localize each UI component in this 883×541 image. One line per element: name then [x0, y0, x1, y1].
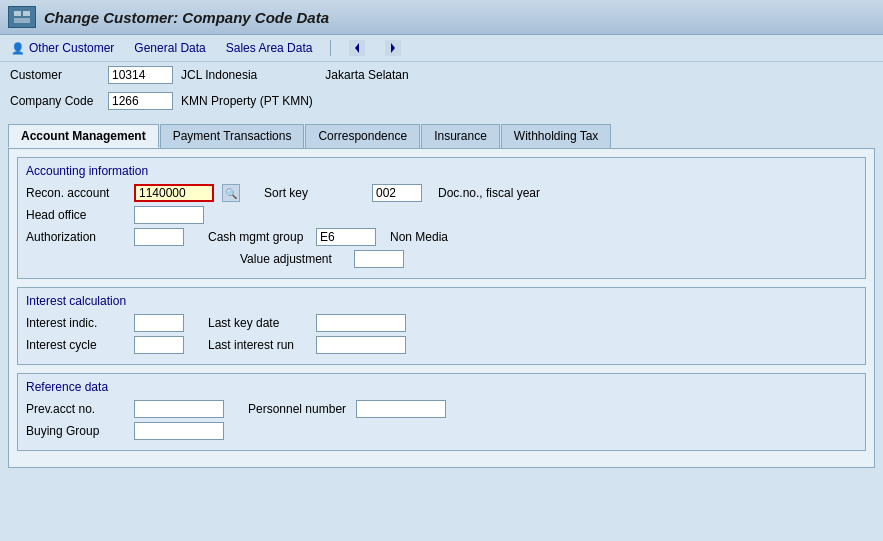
prev-acct-label: Prev.acct no.	[26, 402, 126, 416]
reference-data-section: Reference data Prev.acct no. Personnel n…	[17, 373, 866, 451]
company-code-name: KMN Property (PT KMN)	[181, 94, 313, 108]
general-data-label: General Data	[134, 41, 205, 55]
tab-payment-transactions[interactable]: Payment Transactions	[160, 124, 305, 148]
page-title: Change Customer: Company Code Data	[44, 9, 329, 26]
svg-rect-3	[14, 18, 30, 23]
tabs-container: Account Management Payment Transactions …	[8, 124, 875, 148]
buying-group-input[interactable]	[134, 422, 224, 440]
recon-account-search-button[interactable]: 🔍	[222, 184, 240, 202]
accounting-info-section: Accounting information Recon. account 🔍 …	[17, 157, 866, 279]
tab-withholding-tax[interactable]: Withholding Tax	[501, 124, 612, 148]
sap-icon	[8, 6, 36, 28]
interest-calc-title: Interest calculation	[26, 294, 857, 308]
interest-cycle-input[interactable]	[134, 336, 184, 354]
personnel-no-input[interactable]	[356, 400, 446, 418]
cash-mgmt-text: Non Media	[390, 230, 448, 244]
person-icon: 👤	[10, 40, 26, 56]
authorization-row: Authorization Cash mgmt group Non Media	[26, 228, 857, 246]
sort-key-input[interactable]	[372, 184, 422, 202]
customer-input[interactable]	[108, 66, 173, 84]
last-interest-run-input[interactable]	[316, 336, 406, 354]
customer-label: Customer	[10, 68, 100, 82]
buying-group-row: Buying Group	[26, 422, 857, 440]
tab-insurance[interactable]: Insurance	[421, 124, 500, 148]
tab-correspondence[interactable]: Correspondence	[305, 124, 420, 148]
last-interest-run-label: Last interest run	[208, 338, 308, 352]
value-adj-label: Value adjustment	[240, 252, 340, 266]
last-key-date-input[interactable]	[316, 314, 406, 332]
main-content: Account Management Payment Transactions …	[0, 114, 883, 472]
value-adjustment-row: Value adjustment	[26, 250, 857, 268]
sales-area-label: Sales Area Data	[226, 41, 313, 55]
nav-prev-button[interactable]	[345, 38, 369, 58]
head-office-row: Head office	[26, 206, 857, 224]
search-icon: 🔍	[225, 188, 237, 199]
interest-cycle-label: Interest cycle	[26, 338, 126, 352]
cash-mgmt-input[interactable]	[316, 228, 376, 246]
head-office-label: Head office	[26, 208, 126, 222]
prev-acct-input[interactable]	[134, 400, 224, 418]
general-data-menu[interactable]: General Data	[130, 39, 209, 57]
prev-acct-row: Prev.acct no. Personnel number	[26, 400, 857, 418]
menu-bar: 👤 Other Customer General Data Sales Area…	[0, 35, 883, 62]
authorization-label: Authorization	[26, 230, 126, 244]
head-office-input[interactable]	[134, 206, 204, 224]
authorization-input[interactable]	[134, 228, 184, 246]
sales-area-data-menu[interactable]: Sales Area Data	[222, 39, 317, 57]
customer-city: Jakarta Selatan	[325, 68, 408, 82]
interest-indic-label: Interest indic.	[26, 316, 126, 330]
company-code-input[interactable]	[108, 92, 173, 110]
sort-key-label: Sort key	[264, 186, 364, 200]
customer-name: JCL Indonesia	[181, 68, 257, 82]
interest-indic-row: Interest indic. Last key date	[26, 314, 857, 332]
recon-account-input[interactable]	[134, 184, 214, 202]
tab-content: Accounting information Recon. account 🔍 …	[8, 148, 875, 468]
recon-account-row: Recon. account 🔍 Sort key Doc.no., fisca…	[26, 184, 857, 202]
menu-separator	[330, 40, 331, 56]
recon-account-label: Recon. account	[26, 186, 126, 200]
customer-row: Customer JCL Indonesia Jakarta Selatan	[0, 62, 883, 88]
svg-rect-2	[23, 11, 30, 16]
nav-next-button[interactable]	[381, 38, 405, 58]
accounting-info-title: Accounting information	[26, 164, 857, 178]
other-customer-label: Other Customer	[29, 41, 114, 55]
company-code-label: Company Code	[10, 94, 100, 108]
doc-no-label: Doc.no., fiscal year	[438, 186, 540, 200]
tab-account-management[interactable]: Account Management	[8, 124, 159, 148]
buying-group-label: Buying Group	[26, 424, 126, 438]
interest-cycle-row: Interest cycle Last interest run	[26, 336, 857, 354]
personnel-no-label: Personnel number	[248, 402, 348, 416]
last-key-date-label: Last key date	[208, 316, 308, 330]
svg-rect-1	[14, 11, 21, 16]
interest-indic-input[interactable]	[134, 314, 184, 332]
title-bar: Change Customer: Company Code Data	[0, 0, 883, 35]
other-customer-menu[interactable]: 👤 Other Customer	[6, 38, 118, 58]
left-arrow-icon	[349, 40, 365, 56]
interest-calc-section: Interest calculation Interest indic. Las…	[17, 287, 866, 365]
right-arrow-icon	[385, 40, 401, 56]
value-adj-input[interactable]	[354, 250, 404, 268]
cash-mgmt-label: Cash mgmt group	[208, 230, 308, 244]
company-code-row: Company Code KMN Property (PT KMN)	[0, 88, 883, 114]
reference-data-title: Reference data	[26, 380, 857, 394]
